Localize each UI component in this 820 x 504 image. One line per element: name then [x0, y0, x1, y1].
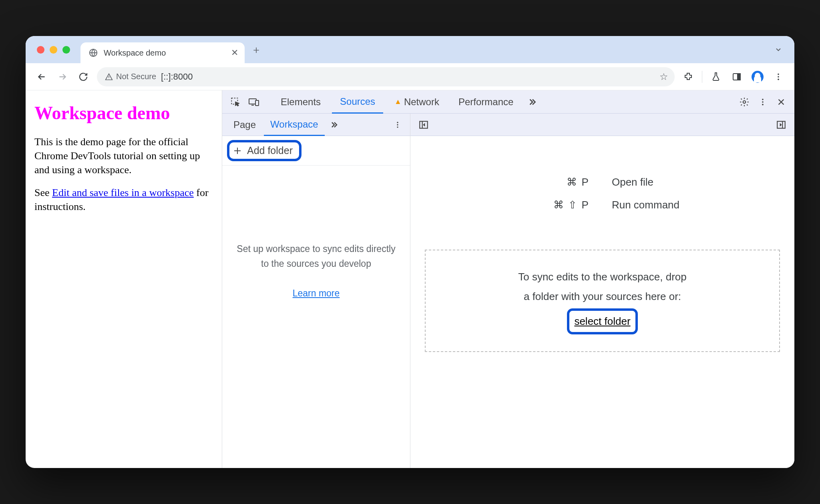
reload-button[interactable] — [76, 70, 90, 84]
devtools-main: Page Workspace Add folder — [222, 114, 794, 468]
workspace-docs-link[interactable]: Edit and save files in a workspace — [52, 187, 194, 198]
address-bar[interactable]: Not Secure [::]:8000 ☆ — [97, 67, 675, 86]
collapse-right-button[interactable] — [774, 117, 789, 132]
browser-tab[interactable]: Workspace demo ✕ — [80, 42, 245, 63]
warning-triangle-icon: ▲ — [394, 98, 402, 106]
browser-window: Workspace demo ✕ ＋ Not Secure [::]:8000 … — [26, 36, 794, 468]
chrome-menu-button[interactable] — [771, 70, 786, 84]
svg-point-5 — [778, 78, 779, 80]
devtools-settings-button[interactable] — [737, 94, 752, 110]
svg-point-15 — [397, 126, 398, 128]
subtab-page[interactable]: Page — [227, 114, 262, 136]
collapse-sidebar-button[interactable] — [416, 117, 431, 132]
tab-list-dropdown[interactable] — [770, 43, 787, 56]
security-badge[interactable]: Not Secure — [105, 72, 156, 81]
tab-close-button[interactable]: ✕ — [231, 48, 238, 58]
add-folder-button[interactable]: Add folder — [227, 140, 301, 161]
page-paragraph-2: See Edit and save files in a workspace f… — [34, 186, 215, 214]
svg-point-14 — [397, 124, 398, 125]
globe-icon — [88, 48, 98, 58]
shortcut-open-file: ⌘ P Open file — [525, 176, 679, 188]
labs-button[interactable] — [709, 70, 723, 84]
profile-button[interactable] — [750, 70, 765, 84]
window-minimize-button[interactable] — [50, 46, 57, 54]
learn-more-link[interactable]: Learn more — [293, 288, 340, 299]
tab-title: Workspace demo — [104, 48, 225, 58]
devtools-panel: Elements Sources ▲ Network Performance — [222, 90, 794, 468]
shortcut-open-keys: ⌘ P — [525, 176, 589, 188]
extensions-button[interactable] — [681, 70, 695, 84]
tab-network-label: Network — [404, 96, 439, 108]
sidebar-menu-button[interactable] — [390, 117, 405, 132]
svg-rect-2 — [738, 74, 740, 80]
svg-point-11 — [762, 101, 764, 103]
forward-button[interactable] — [55, 70, 70, 84]
select-folder-link[interactable]: select folder — [574, 315, 630, 327]
more-tabs-button[interactable] — [525, 94, 540, 110]
devtools-tabbar: Elements Sources ▲ Network Performance — [222, 90, 794, 114]
add-folder-row: Add folder — [222, 136, 410, 166]
sources-subtabs: Page Workspace — [222, 114, 410, 136]
browser-toolbar: Not Secure [::]:8000 ☆ — [26, 63, 794, 90]
para2-prefix: See — [34, 187, 52, 198]
tab-elements[interactable]: Elements — [273, 90, 329, 113]
window-controls — [37, 46, 70, 54]
tab-sources[interactable]: Sources — [332, 91, 383, 114]
sources-editor: ⌘ P Open file ⌘ ⇧ P Run command To sync … — [410, 114, 794, 468]
page-heading: Workspace demo — [34, 103, 215, 124]
sources-sidebar: Page Workspace Add folder — [222, 114, 410, 468]
back-button[interactable] — [34, 70, 49, 84]
svg-point-4 — [778, 76, 779, 78]
subtab-workspace[interactable]: Workspace — [264, 114, 325, 136]
avatar-icon — [752, 71, 764, 83]
devtools-menu-button[interactable] — [755, 94, 770, 110]
url-text: [::]:8000 — [161, 72, 655, 82]
new-tab-button[interactable]: ＋ — [251, 43, 261, 57]
toolbar-separator — [702, 71, 702, 83]
security-label: Not Secure — [116, 72, 156, 81]
svg-rect-8 — [255, 100, 259, 106]
svg-point-9 — [743, 100, 746, 103]
add-folder-label: Add folder — [247, 145, 293, 156]
workspace-help-text: Set up workspace to sync edits directly … — [237, 242, 396, 271]
tab-network[interactable]: ▲ Network — [386, 90, 447, 113]
shortcut-cmd-keys: ⌘ ⇧ P — [525, 199, 589, 211]
svg-point-12 — [762, 104, 764, 105]
svg-point-3 — [778, 73, 779, 75]
editor-header — [410, 114, 794, 136]
dropzone-text-1: To sync edits to the workspace, drop — [444, 267, 761, 287]
page-viewport: Workspace demo This is the demo page for… — [26, 90, 222, 468]
window-maximize-button[interactable] — [62, 46, 70, 54]
shortcut-hints: ⌘ P Open file ⌘ ⇧ P Run command — [525, 176, 679, 222]
inspect-element-button[interactable] — [228, 94, 243, 110]
page-paragraph-1: This is the demo page for the official C… — [34, 135, 215, 177]
editor-body: ⌘ P Open file ⌘ ⇧ P Run command To sync … — [410, 136, 794, 468]
device-toolbar-button[interactable] — [246, 94, 261, 110]
shortcut-cmd-label: Run command — [612, 199, 679, 211]
tab-performance[interactable]: Performance — [450, 90, 521, 113]
window-close-button[interactable] — [37, 46, 44, 54]
shortcut-run-command: ⌘ ⇧ P Run command — [525, 199, 679, 211]
tab-strip: Workspace demo ✕ ＋ — [26, 36, 794, 63]
more-subtabs-button[interactable] — [326, 117, 342, 132]
svg-point-13 — [397, 122, 398, 123]
shortcut-open-label: Open file — [612, 176, 653, 188]
plus-icon — [233, 146, 242, 156]
devtools-close-button[interactable] — [774, 94, 789, 110]
workspace-help: Set up workspace to sync edits directly … — [222, 166, 410, 468]
select-folder-highlight: select folder — [567, 308, 637, 334]
content-area: Workspace demo This is the demo page for… — [26, 90, 794, 468]
workspace-dropzone[interactable]: To sync edits to the workspace, drop a f… — [425, 250, 780, 352]
side-panel-button[interactable] — [730, 70, 744, 84]
dropzone-text-2: a folder with your sources here or: — [444, 287, 761, 306]
bookmark-star-icon[interactable]: ☆ — [659, 71, 668, 82]
svg-point-10 — [762, 98, 764, 100]
